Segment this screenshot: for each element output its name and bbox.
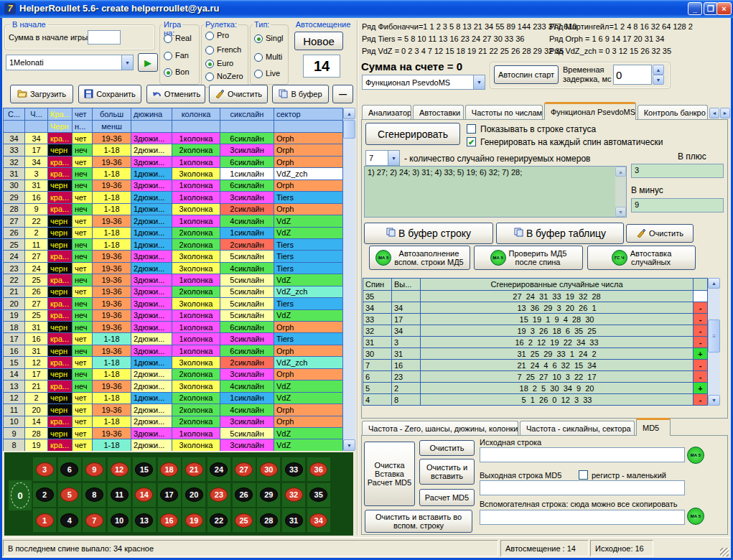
autospin-start-button[interactable]: Автоспин старт [494, 65, 559, 84]
roulette-number-23[interactable]: 23 [207, 483, 230, 507]
radio-french[interactable] [205, 46, 214, 55]
radio-circle-icon[interactable] [254, 53, 263, 62]
roulette-number-35[interactable]: 35 [307, 483, 330, 507]
radio-circle-icon[interactable] [164, 52, 172, 60]
table-row[interactable]: 2324чернчет19-362дюжи...3колонка4сиклайн… [4, 263, 343, 274]
radio-circle-icon[interactable] [254, 70, 263, 78]
roulette-number-17[interactable]: 17 [158, 483, 181, 507]
radio-circle-icon[interactable] [205, 73, 214, 81]
roulette-number-20[interactable]: 20 [182, 483, 205, 507]
roulette-number-9[interactable]: 9 [83, 457, 106, 481]
roulette-number-5[interactable]: 5 [58, 483, 81, 507]
radio-circle-icon[interactable] [205, 46, 214, 55]
scroll-down-icon[interactable]: ▼ [343, 439, 355, 451]
scrollbar-thumb[interactable] [343, 120, 355, 139]
radio-live[interactable] [254, 70, 263, 78]
table-row[interactable]: 3031черннеч19-363дюжи...1колонка6сиклайн… [4, 180, 343, 192]
table-row[interactable]: 71621 24 4 6 32 15 34- [363, 360, 708, 371]
profile-combo[interactable]: 1Melonati ▼ [6, 55, 134, 70]
load-button[interactable]: Загрузить [10, 85, 73, 103]
tab-main-1[interactable]: Анализатор [362, 105, 411, 120]
table-row[interactable]: 3234кра...чет19-363дюжи...1колонка6сикла… [4, 157, 343, 168]
md5-source-icon[interactable]: МА 5 [687, 447, 704, 464]
table-row[interactable]: 1831черннеч19-363дюжи...1колонка6сиклайн… [4, 322, 343, 333]
minus-value-field[interactable]: 9 [631, 198, 724, 213]
roulette-number-1[interactable]: 1 [33, 508, 56, 532]
table-row[interactable]: 289кра...неч1-181дюжи...3колонка2сиклайн… [4, 204, 343, 215]
table-row[interactable]: 2027кра...неч19-363дюжи...3колонка5сикла… [4, 298, 343, 309]
radio-pro[interactable] [205, 32, 214, 40]
radio-fan[interactable] [164, 52, 172, 60]
table-row[interactable]: 1014кра...чет1-182дюжи...2колонка3сиклай… [4, 416, 343, 428]
table-row[interactable]: 343413 36 29 3 20 26 1- [363, 302, 708, 314]
radio-real[interactable] [164, 34, 172, 43]
radio-circle-icon[interactable] [254, 34, 263, 43]
play-button[interactable]: ▶ [138, 53, 158, 72]
roulette-number-15[interactable]: 15 [133, 457, 156, 481]
save-button[interactable]: Сохранить [78, 85, 141, 103]
radio-circle-icon[interactable] [164, 68, 172, 77]
new-autoshift-button[interactable]: Новое [294, 32, 343, 50]
scroll-up-icon[interactable]: ▲ [615, 167, 626, 177]
table-row[interactable]: 1925кра...неч19-363дюжи...1колонка5сикла… [4, 310, 343, 322]
close-button[interactable]: × [716, 2, 732, 15]
roulette-number-14[interactable]: 14 [133, 483, 156, 507]
table-row[interactable]: 262чернчет1-181дюжи...2колонка1сиклайнVd… [4, 228, 343, 239]
radio-nozero[interactable] [205, 73, 214, 81]
table-row[interactable]: 2225кра...неч19-363дюжи...1колонка5сикла… [4, 274, 343, 286]
table-row[interactable]: 2722чернчет19-362дюжи...1колонка4сиклайн… [4, 215, 343, 227]
radio-euro[interactable] [205, 60, 214, 68]
md5-action-button-2[interactable]: МА 5Проверить МД5 после спина [474, 246, 583, 270]
md5-aux-icon[interactable]: МА 5 [687, 508, 704, 525]
spin-table-scrollbar[interactable]: ▲ ▼ [343, 108, 355, 451]
roulette-number-26[interactable]: 26 [233, 483, 256, 507]
roulette-number-30[interactable]: 30 [257, 457, 280, 481]
clear-button[interactable]: Очистить [209, 85, 268, 103]
roulette-number-7[interactable]: 7 [83, 508, 106, 532]
roulette-number-8[interactable]: 8 [83, 483, 106, 507]
scroll-up-icon[interactable]: ▲ [708, 278, 720, 289]
roulette-zero[interactable]: 0 [9, 480, 32, 510]
table-row[interactable]: 928чернчет19-363дюжи...1колонка5сиклайнV… [4, 428, 343, 439]
auto-generate-checkbox[interactable]: ✔ [467, 137, 476, 146]
table-row[interactable]: 1321кра...неч19-362дюжи...3колонка4сикла… [4, 381, 343, 392]
spinner-down-icon[interactable]: ▼ [653, 75, 664, 85]
scrollbar-track[interactable] [343, 108, 355, 451]
tab-freq-3[interactable]: MD5 [636, 418, 671, 436]
scroll-down-icon[interactable]: ▼ [615, 207, 626, 217]
tab-main-3[interactable]: Частоты по числам [465, 105, 543, 120]
radio-singl[interactable] [254, 34, 263, 43]
spinner-up-icon[interactable]: ▲ [653, 65, 664, 75]
resize-grip[interactable] [720, 548, 729, 556]
roulette-number-34[interactable]: 34 [307, 508, 330, 532]
roulette-number-2[interactable]: 2 [33, 483, 56, 507]
roulette-number-18[interactable]: 18 [158, 457, 181, 481]
table-row[interactable]: 485 1 26 0 12 3 33- [363, 394, 708, 406]
source-string-input[interactable] [480, 447, 685, 462]
roulette-number-25[interactable]: 25 [233, 508, 256, 532]
scrollbar-thumb[interactable]: ≡ [708, 319, 720, 353]
count-combo[interactable]: 7 ▼ [365, 150, 400, 166]
radio-circle-icon[interactable] [205, 60, 214, 68]
start-sum-input[interactable] [88, 30, 121, 45]
radio-bon[interactable] [164, 68, 172, 77]
tabs-scroll-left-icon[interactable]: ◄ [709, 108, 719, 118]
roulette-number-10[interactable]: 10 [108, 508, 131, 532]
table-row[interactable]: 1716кра...чет1-182дюжи...1колонка3сиклай… [4, 333, 343, 345]
header-row[interactable]: Чернн...менш [4, 121, 343, 133]
roulette-number-29[interactable]: 29 [257, 483, 280, 507]
roulette-number-3[interactable]: 3 [33, 457, 56, 481]
clear-generated-button[interactable]: Очистить [626, 224, 694, 243]
md5-clear-button[interactable]: Очистить [419, 440, 475, 456]
copy-table-button[interactable]: В буфер таблицу [496, 223, 624, 244]
table-row[interactable]: 1417черннеч1-182дюжи...2колонка3сиклайнO… [4, 369, 343, 381]
roulette-number-12[interactable]: 12 [108, 457, 131, 481]
collapse-button[interactable]: — [332, 85, 353, 103]
radio-multi[interactable] [254, 53, 263, 62]
table-row[interactable]: 323419 3 26 18 6 35 25- [363, 325, 708, 337]
tab-main-2[interactable]: Автоставки [413, 105, 464, 120]
plus-value-field[interactable]: 3 [631, 164, 724, 178]
chevron-down-icon[interactable]: ▼ [121, 55, 133, 70]
table-row[interactable]: 5218 2 5 30 34 9 20+ [363, 383, 708, 394]
roulette-number-19[interactable]: 19 [182, 508, 205, 532]
